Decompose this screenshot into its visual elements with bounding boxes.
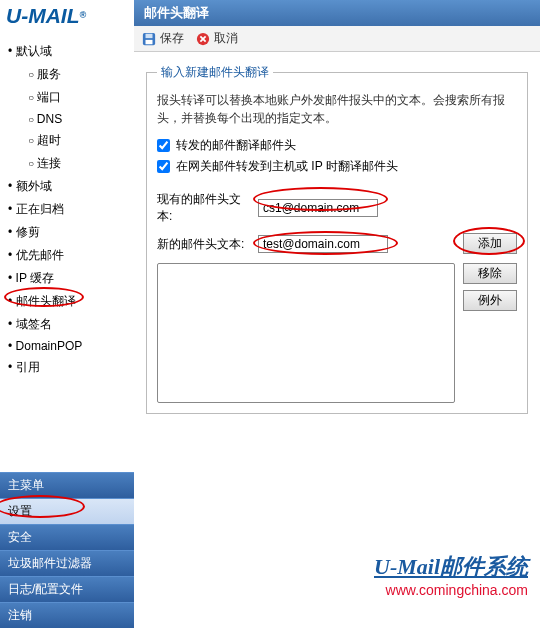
nav-dns[interactable]: DNS (28, 109, 130, 129)
existing-label: 现有的邮件头文本: (157, 191, 252, 225)
bottom-settings[interactable]: 设置 (0, 498, 134, 524)
form-row-existing: 现有的邮件头文本: (157, 191, 517, 225)
check-row-2: 在网关邮件转发到主机或 IP 时翻译邮件头 (157, 158, 517, 175)
bottom-log[interactable]: 日志/配置文件 (0, 576, 134, 602)
existing-input[interactable] (258, 199, 378, 217)
content: 输入新建邮件头翻译 报头转译可以替换本地账户外发邮件报头中的文本。会搜索所有报头… (134, 52, 540, 628)
fieldset-legend: 输入新建邮件头翻译 (157, 64, 273, 81)
page-title: 邮件头翻译 (134, 0, 540, 26)
bottom-security[interactable]: 安全 (0, 524, 134, 550)
save-icon (142, 32, 156, 46)
checkbox-gateway[interactable] (157, 160, 170, 173)
bottom-main-menu[interactable]: 主菜单 (0, 472, 134, 498)
watermark: U-Mail邮件系统 www.comingchina.com (374, 552, 528, 598)
nav-archiving[interactable]: 正在归档 (8, 198, 130, 221)
checkbox-forward-label: 转发的邮件翻译邮件头 (176, 137, 296, 154)
nav-header-translate[interactable]: 邮件头翻译 (8, 290, 130, 313)
toolbar: 保存 取消 (134, 26, 540, 52)
exception-button[interactable]: 例外 (463, 290, 517, 311)
new-label: 新的邮件头文本: (157, 236, 252, 253)
bottom-logout[interactable]: 注销 (0, 602, 134, 628)
save-label: 保存 (160, 30, 184, 47)
listbox-row: 移除 例外 (157, 263, 517, 403)
translation-listbox[interactable] (157, 263, 455, 403)
nav-default-domain[interactable]: 默认域 (8, 40, 130, 63)
logo-text: U-MAIL (6, 4, 79, 27)
logo-reg: ® (79, 10, 86, 20)
add-btn-wrap: 添加 (463, 233, 517, 254)
save-button[interactable]: 保存 (142, 30, 184, 47)
cancel-icon (196, 32, 210, 46)
cancel-button[interactable]: 取消 (196, 30, 238, 47)
nav-header-translate-label: 邮件头翻译 (16, 294, 76, 308)
nav-extra-domain[interactable]: 额外域 (8, 175, 130, 198)
nav-domainpop[interactable]: DomainPOP (8, 336, 130, 356)
bottom-spam[interactable]: 垃圾邮件过滤器 (0, 550, 134, 576)
nav: 默认域 服务 端口 DNS 超时 连接 额外域 正在归档 修剪 优先邮件 IP … (0, 36, 134, 379)
bottom-menu: 主菜单 设置 安全 垃圾邮件过滤器 日志/配置文件 注销 (0, 472, 134, 628)
svg-rect-2 (146, 39, 153, 43)
cancel-label: 取消 (214, 30, 238, 47)
add-button[interactable]: 添加 (463, 233, 517, 254)
sidebar: U-MAIL® 默认域 服务 端口 DNS 超时 连接 额外域 正在归档 修剪 … (0, 0, 134, 628)
bottom-settings-label: 设置 (8, 504, 32, 518)
watermark-url: www.comingchina.com (374, 582, 528, 598)
checkbox-forward[interactable] (157, 139, 170, 152)
nav-connect[interactable]: 连接 (28, 152, 130, 175)
svg-rect-1 (146, 33, 153, 37)
remove-button[interactable]: 移除 (463, 263, 517, 284)
main: 邮件头翻译 保存 取消 输入新建邮件头翻译 报头转译可以替换本地账户外发邮件报头… (134, 0, 540, 628)
nav-quote[interactable]: 引用 (8, 356, 130, 379)
nav-sub: 服务 端口 DNS 超时 连接 (8, 63, 130, 175)
checkbox-gateway-label: 在网关邮件转发到主机或 IP 时翻译邮件头 (176, 158, 398, 175)
fieldset: 输入新建邮件头翻译 报头转译可以替换本地账户外发邮件报头中的文本。会搜索所有报头… (146, 64, 528, 414)
form-row-new: 新的邮件头文本: 添加 (157, 235, 517, 253)
nav-port[interactable]: 端口 (28, 86, 130, 109)
fieldset-desc: 报头转译可以替换本地账户外发邮件报头中的文本。会搜索所有报头，并替换每个出现的指… (157, 91, 517, 127)
logo: U-MAIL® (0, 0, 134, 36)
nav-priority-mail[interactable]: 优先邮件 (8, 244, 130, 267)
watermark-title: U-Mail邮件系统 (374, 552, 528, 582)
side-buttons: 移除 例外 (463, 263, 517, 403)
nav-domain-sign[interactable]: 域签名 (8, 313, 130, 336)
nav-service[interactable]: 服务 (28, 63, 130, 86)
nav-prune[interactable]: 修剪 (8, 221, 130, 244)
new-input[interactable] (258, 235, 388, 253)
nav-ip-cache[interactable]: IP 缓存 (8, 267, 130, 290)
nav-timeout[interactable]: 超时 (28, 129, 130, 152)
check-row-1: 转发的邮件翻译邮件头 (157, 137, 517, 154)
